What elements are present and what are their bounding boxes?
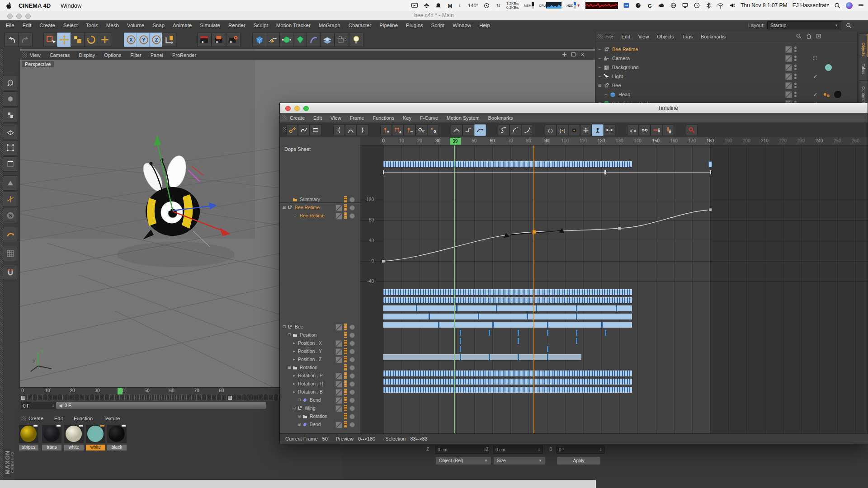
- add-pen-tool[interactable]: [266, 33, 280, 47]
- mini-playhead[interactable]: [118, 388, 123, 394]
- expander-icon[interactable]: ⊟: [597, 83, 602, 88]
- visibility-toggle-icon[interactable]: [785, 55, 792, 62]
- display-icon[interactable]: [682, 2, 689, 9]
- solo-toggle[interactable]: [349, 373, 355, 379]
- expander-icon[interactable]: ▸: [292, 357, 297, 361]
- timeline-menu-functions[interactable]: Functions: [373, 115, 394, 121]
- keyframe-tick[interactable]: [492, 322, 494, 328]
- timeline-minimize-button[interactable]: [294, 106, 300, 111]
- om-menu-file[interactable]: File: [605, 34, 613, 39]
- tangent-peak-button[interactable]: [451, 124, 462, 136]
- keyframe-tick[interactable]: [460, 346, 461, 352]
- keyframe-tick[interactable]: [605, 330, 606, 336]
- loop-out-button[interactable]: [357, 124, 368, 136]
- keyframe-tick[interactable]: [547, 330, 548, 336]
- mute-toggle[interactable]: [335, 340, 342, 347]
- track-row-rotation-p[interactable]: ▸Rotation . P: [280, 371, 360, 380]
- stepper-icon[interactable]: ⇕: [599, 448, 602, 452]
- g-app-icon[interactable]: G: [646, 2, 653, 9]
- keyframe-bar[interactable]: [383, 161, 632, 167]
- viewport-menu-view[interactable]: View: [30, 52, 41, 58]
- solo-toggle[interactable]: [349, 324, 355, 330]
- edges-mode-tool[interactable]: [3, 156, 18, 172]
- mute-toggle[interactable]: [335, 213, 342, 220]
- timeline-menu-f-curve[interactable]: F-Curve: [420, 115, 438, 121]
- loop-curve-button[interactable]: [345, 124, 357, 136]
- mute-toggle[interactable]: [335, 422, 342, 428]
- track-row-rotation-h[interactable]: ▸Rotation . H: [280, 380, 360, 388]
- material-menu-edit[interactable]: Edit: [54, 416, 63, 421]
- keyframe-tick[interactable]: [547, 354, 548, 360]
- mute-toggle[interactable]: [335, 389, 342, 396]
- target-tag-icon[interactable]: ⛶: [813, 56, 817, 61]
- ease-out-button[interactable]: [509, 124, 521, 136]
- paren-open-button[interactable]: (): [545, 124, 557, 136]
- coord-system-tool[interactable]: [162, 33, 176, 47]
- layer-dots[interactable]: [344, 397, 347, 403]
- mute-toggle[interactable]: [335, 324, 342, 331]
- grid-tool-tool[interactable]: [3, 246, 18, 261]
- spiral-app-icon[interactable]: [635, 2, 642, 9]
- autokey-button[interactable]: [686, 124, 698, 136]
- home-icon[interactable]: [806, 33, 812, 39]
- keyframe-tick[interactable]: [527, 314, 528, 319]
- add-sphere-tool[interactable]: [279, 33, 294, 47]
- main-menu-script[interactable]: Script: [427, 23, 448, 28]
- m-app-icon[interactable]: M: [447, 2, 453, 9]
- track-row-bee-retime[interactable]: ⊟Bee Retime: [280, 203, 360, 211]
- material-swatch-black[interactable]: [107, 425, 127, 443]
- solo-toggle[interactable]: [349, 197, 355, 202]
- expander-icon[interactable]: ⊞: [297, 422, 302, 427]
- material-label[interactable]: trans: [42, 445, 61, 450]
- editor-dots[interactable]: [794, 65, 797, 70]
- timeline-menu-motion-system[interactable]: Motion System: [447, 115, 480, 121]
- timeline-menu-key[interactable]: Key: [403, 115, 411, 121]
- ease-both-button[interactable]: [498, 124, 509, 136]
- key-move-button[interactable]: [604, 124, 615, 136]
- viewport-menu-panel[interactable]: Panel: [151, 52, 163, 58]
- main-menu-render[interactable]: Render: [224, 23, 250, 28]
- main-menu-pipeline[interactable]: Pipeline: [375, 23, 402, 28]
- material-swatch-trans[interactable]: [42, 425, 61, 443]
- keyframe-key[interactable]: [708, 161, 712, 167]
- wifi-icon[interactable]: [717, 2, 724, 9]
- timeline-titlebar[interactable]: Timeline: [280, 103, 868, 113]
- search-icon[interactable]: [846, 23, 852, 28]
- key-add-all-button[interactable]: [392, 124, 404, 136]
- keyframe-tick[interactable]: [460, 354, 461, 360]
- stepper-icon[interactable]: ⇕: [52, 404, 55, 408]
- om-menu-objects[interactable]: Objects: [657, 34, 674, 39]
- object-row-light[interactable]: –Light✓: [595, 72, 858, 81]
- preview-range-marker[interactable]: [228, 396, 232, 400]
- viewport-menu-prorender[interactable]: ProRender: [172, 52, 196, 58]
- coord-dropdown-0[interactable]: Object (Rel)▼: [435, 456, 491, 465]
- mute-toggle[interactable]: [335, 373, 342, 380]
- enabled-check-icon[interactable]: ✓: [813, 74, 817, 80]
- side-tab-takes[interactable]: Takes: [859, 57, 868, 81]
- expander-icon[interactable]: ▸: [292, 373, 297, 378]
- main-menu-sculpt[interactable]: Sculpt: [250, 23, 272, 28]
- mute-toggle[interactable]: [335, 381, 342, 388]
- key-mode-button[interactable]: [286, 124, 298, 136]
- layer-dots[interactable]: [344, 389, 347, 395]
- track-row-bend[interactable]: ⊞Bend: [280, 420, 360, 428]
- object-row-subdivision-surface[interactable]: ⊟Subdivision Surface✓: [595, 99, 858, 103]
- timeline-zoom-button[interactable]: [303, 106, 309, 111]
- tangent-auto-button[interactable]: [474, 124, 486, 136]
- playhead-chip[interactable]: 39: [450, 138, 461, 145]
- expander-icon[interactable]: ⊞: [297, 398, 302, 402]
- mute-toggle[interactable]: [335, 348, 342, 355]
- time-machine-icon[interactable]: [693, 2, 700, 9]
- track-row-bee[interactable]: ⊟Bee: [280, 323, 360, 331]
- main-menu-window[interactable]: Window: [448, 23, 475, 28]
- object-row-head[interactable]: –Head✓: [595, 90, 858, 99]
- lock-time-button[interactable]: [662, 124, 674, 136]
- keyframe-tick[interactable]: [518, 338, 519, 344]
- siri-icon[interactable]: [846, 2, 853, 9]
- track-key[interactable]: [710, 170, 711, 174]
- layer-dots[interactable]: [344, 380, 347, 387]
- solo-toggle[interactable]: [349, 333, 355, 338]
- track-key[interactable]: [383, 170, 384, 174]
- add-floor-tool[interactable]: [320, 33, 335, 47]
- keyframe-tick[interactable]: [460, 330, 461, 336]
